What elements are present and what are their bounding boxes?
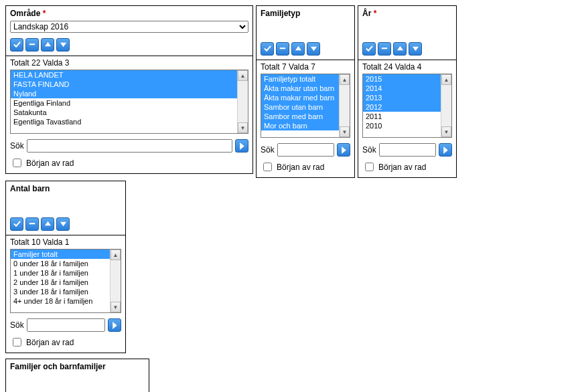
select-all-button[interactable]: [261, 42, 274, 56]
search-go-button[interactable]: [439, 143, 452, 157]
spacer: [257, 19, 354, 39]
select-all-button[interactable]: [10, 217, 23, 231]
search-input[interactable]: [27, 139, 232, 153]
search-label: Sök: [261, 145, 275, 155]
start-of-row-checkbox[interactable]: [365, 163, 374, 171]
minus-icon: [381, 45, 388, 53]
list-item[interactable]: 2015: [363, 74, 441, 84]
deselect-all-button[interactable]: [25, 217, 39, 231]
select-all-button[interactable]: [10, 38, 23, 52]
search-go-button[interactable]: [108, 318, 121, 332]
sort-desc-button[interactable]: [56, 38, 70, 52]
scroll-track[interactable]: [441, 85, 451, 126]
scrollbar[interactable]: ▲ ▼: [441, 74, 451, 137]
list-item[interactable]: Sambor utan barn: [261, 102, 339, 112]
panel-familjer: Familjer och barnfamiljer Totalt 2 Valda…: [5, 359, 149, 392]
panel-title: Område *: [6, 6, 252, 19]
listbox-antalbarn[interactable]: Familjer totalt0 under 18 år i familjen1…: [11, 250, 110, 312]
start-of-row-label: Början av rad: [26, 159, 74, 168]
scroll-up-button[interactable]: ▲: [340, 74, 350, 85]
list-item[interactable]: 2012: [363, 102, 441, 112]
scrollbar[interactable]: ▲ ▼: [339, 74, 350, 137]
scroll-up-button[interactable]: ▲: [111, 250, 121, 260]
scroll-down-button[interactable]: ▼: [441, 126, 451, 137]
listbox-wrap: Familjetyp totaltÄkta makar utan barnÄkt…: [261, 74, 350, 138]
search-go-button[interactable]: [235, 139, 248, 153]
listbox-wrap: HELA LANDETFASTA FINLANDNylandEgentliga …: [10, 70, 248, 134]
panel-ar: År * Totalt 24 Valda 4 20152014201320122…: [358, 5, 457, 178]
search-input[interactable]: [379, 143, 436, 157]
listbox-familjetyp[interactable]: Familjetyp totaltÄkta makar utan barnÄkt…: [261, 74, 339, 137]
count-bar: Totalt 22 Valda 3: [6, 56, 252, 70]
panel-title: År *: [358, 6, 456, 19]
title-text: År: [362, 9, 371, 18]
scroll-up-button[interactable]: ▲: [441, 74, 451, 85]
list-item[interactable]: 2 under 18 år i familjen: [11, 278, 110, 287]
list-item[interactable]: 2010: [363, 121, 441, 130]
arrow-right-icon: [238, 142, 246, 150]
list-item[interactable]: Egentliga Finland: [11, 98, 237, 108]
sort-desc-button[interactable]: [307, 42, 320, 56]
list-item[interactable]: Äkta makar med barn: [261, 93, 339, 102]
listbox-omrade[interactable]: HELA LANDETFASTA FINLANDNylandEgentliga …: [11, 70, 237, 133]
sort-asc-button[interactable]: [41, 38, 54, 52]
search-go-button[interactable]: [337, 143, 350, 157]
list-item[interactable]: Sambor med barn: [261, 112, 339, 121]
start-of-row-checkbox[interactable]: [13, 338, 21, 347]
omrade-dropdown[interactable]: Landskap 2016: [10, 21, 248, 33]
scroll-down-button[interactable]: ▼: [238, 122, 248, 133]
button-row: [6, 215, 125, 235]
list-item[interactable]: Mor och barn: [261, 121, 339, 130]
search-input[interactable]: [27, 318, 105, 332]
list-item[interactable]: 0 under 18 år i familjen: [11, 259, 110, 268]
panel-container: Område * Landskap 2016 Totalt 22 Valda 3…: [5, 5, 575, 392]
sort-asc-button[interactable]: [393, 42, 407, 56]
list-item[interactable]: Satakunta: [11, 108, 237, 117]
title-text: Familjetyp: [261, 9, 300, 18]
select-all-button[interactable]: [362, 42, 376, 56]
search-label: Sök: [10, 141, 24, 151]
sort-desc-button[interactable]: [409, 42, 422, 56]
list-item[interactable]: Egentliga Tavastland: [11, 117, 237, 126]
scrollbar[interactable]: ▲ ▼: [110, 250, 121, 312]
deselect-all-button[interactable]: [378, 42, 391, 56]
deselect-all-button[interactable]: [25, 38, 39, 52]
sort-asc-button[interactable]: [41, 217, 54, 231]
arrow-down-icon: [310, 45, 317, 54]
list-item[interactable]: Nyland: [11, 89, 237, 98]
spacer: [358, 19, 456, 39]
scrollbar[interactable]: ▲ ▼: [237, 70, 248, 133]
list-item[interactable]: 2011: [363, 112, 441, 121]
required-mark: *: [43, 9, 46, 18]
scroll-up-button[interactable]: ▲: [238, 70, 248, 81]
scroll-track[interactable]: [340, 85, 350, 126]
scroll-track[interactable]: [238, 81, 248, 122]
search-input[interactable]: [277, 143, 334, 157]
scroll-track[interactable]: [111, 260, 121, 302]
count-bar: Totalt 10 Valda 1: [6, 235, 125, 249]
spacer: [6, 195, 125, 215]
list-item[interactable]: 4+ under 18 år i familjen: [11, 296, 110, 306]
list-item[interactable]: Familjer totalt: [11, 250, 110, 259]
arrow-right-icon: [442, 146, 449, 154]
panel-familjetyp: Familjetyp Totalt 7 Valda 7 Familjetyp t…: [256, 5, 355, 178]
scroll-down-button[interactable]: ▼: [111, 302, 121, 312]
list-item[interactable]: 2013: [363, 93, 441, 102]
check-icon: [13, 220, 21, 229]
list-item[interactable]: 2014: [363, 84, 441, 93]
listbox-ar[interactable]: 201520142013201220112010: [363, 74, 441, 137]
list-item[interactable]: Familjetyp totalt: [261, 74, 339, 84]
start-of-row-checkbox[interactable]: [263, 163, 272, 171]
list-item[interactable]: FASTA FINLAND: [11, 80, 237, 89]
sort-desc-button[interactable]: [56, 217, 70, 231]
list-item[interactable]: Äkta makar utan barn: [261, 84, 339, 93]
start-of-row-checkbox[interactable]: [13, 159, 21, 167]
spacer: [6, 373, 149, 392]
list-item[interactable]: 3 under 18 år i familjen: [11, 287, 110, 296]
sort-asc-button[interactable]: [291, 42, 305, 56]
check-row: Början av rad: [6, 334, 125, 353]
list-item[interactable]: 1 under 18 år i familjen: [11, 268, 110, 278]
list-item[interactable]: HELA LANDET: [11, 70, 237, 80]
deselect-all-button[interactable]: [276, 42, 289, 56]
scroll-down-button[interactable]: ▼: [340, 126, 350, 137]
